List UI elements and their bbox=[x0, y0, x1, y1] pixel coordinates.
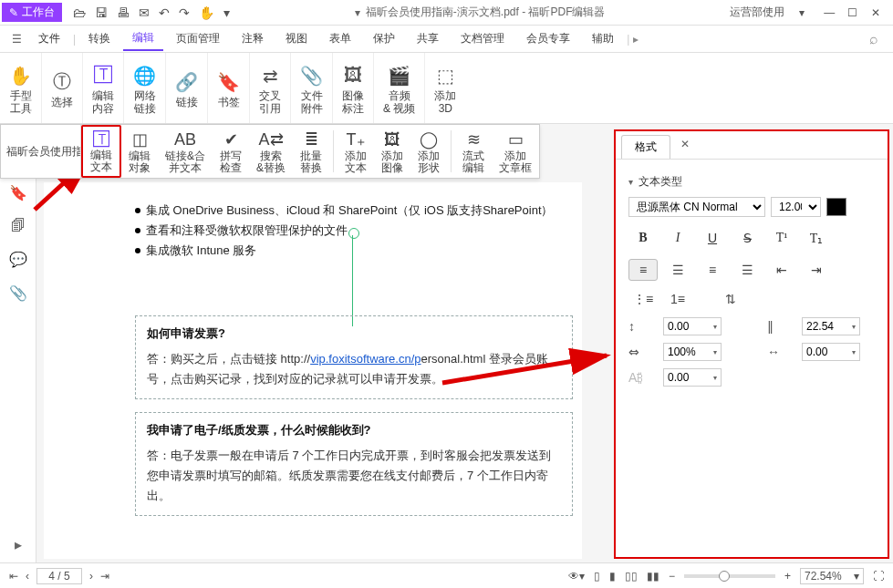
prev-page-button[interactable]: ‹ bbox=[26, 570, 29, 583]
image-annot[interactable]: 🖼图像标注 bbox=[333, 53, 374, 123]
line-height-button[interactable]: ⇅ bbox=[716, 288, 745, 310]
last-page-button[interactable]: ⇥ bbox=[100, 570, 109, 583]
file-attach[interactable]: 📎文件附件 bbox=[291, 53, 333, 123]
menu-icon[interactable]: ☰ bbox=[7, 33, 26, 46]
bookmark[interactable]: 🔖书签 bbox=[208, 53, 250, 123]
maximize-button[interactable]: ☐ bbox=[843, 6, 863, 19]
zoom-out-button[interactable]: − bbox=[669, 570, 675, 583]
edit-object-button[interactable]: ◫编辑对象 bbox=[121, 125, 158, 178]
close-button[interactable]: ✕ bbox=[866, 6, 886, 19]
tab-page-mgmt[interactable]: 页面管理 bbox=[167, 27, 229, 50]
edit-text-button[interactable]: 🅃编辑文本 bbox=[81, 125, 121, 178]
web-link[interactable]: 🌐网络链接 bbox=[124, 53, 166, 123]
batch-replace[interactable]: ≣批量替换 bbox=[293, 125, 329, 178]
underline-button[interactable]: U bbox=[698, 226, 727, 250]
expand-sidebar-icon[interactable]: ▸ bbox=[15, 536, 22, 553]
attachments-panel-icon[interactable]: 📎 bbox=[9, 284, 27, 302]
horiz-spacing-input[interactable]: 0.00 bbox=[802, 343, 860, 361]
tab-share[interactable]: 共享 bbox=[408, 27, 448, 50]
spell-check[interactable]: ✔拼写检查 bbox=[213, 125, 249, 178]
indent-decrease-button[interactable]: ⇤ bbox=[767, 259, 796, 281]
close-panel-icon[interactable]: ✕ bbox=[678, 135, 692, 159]
char-spacing-input[interactable]: 0.00 bbox=[663, 317, 722, 335]
zoom-in-button[interactable]: + bbox=[784, 570, 791, 583]
page-canvas[interactable]: 集成 OneDrive Business、iCloud 和 SharePoint… bbox=[44, 182, 582, 559]
open-icon[interactable]: 🗁 bbox=[73, 5, 86, 20]
first-page-button[interactable]: ⇤ bbox=[9, 570, 18, 583]
align-left-button[interactable]: ≡ bbox=[628, 259, 658, 281]
strikethrough-button[interactable]: S̶ bbox=[732, 226, 762, 250]
print-icon[interactable]: 🖶 bbox=[117, 5, 130, 20]
tab-vip[interactable]: 会员专享 bbox=[517, 27, 579, 50]
qat-dropdown-icon[interactable]: ▾ bbox=[223, 5, 230, 20]
continuous-icon[interactable]: ▮ bbox=[609, 570, 616, 583]
text-block-selected[interactable]: 如何申请发票? 答：购买之后，点击链接 http://vip.foxitsoft… bbox=[135, 315, 573, 399]
superscript-button[interactable]: T¹ bbox=[767, 226, 796, 250]
link[interactable]: 🔗链接 bbox=[166, 53, 208, 123]
bookmark-panel-icon[interactable]: 🔖 bbox=[9, 184, 27, 201]
tab-view[interactable]: 视图 bbox=[276, 27, 317, 50]
undo-icon[interactable]: ↶ bbox=[159, 5, 170, 20]
email-icon[interactable]: ✉ bbox=[139, 5, 150, 20]
add-shape[interactable]: ◯添加形状 bbox=[410, 125, 447, 178]
search-replace[interactable]: A⇄搜索&替换 bbox=[249, 125, 293, 178]
zoom-input[interactable]: 72.54%▾ bbox=[800, 568, 864, 584]
doc-dropdown-icon[interactable]: ▾ bbox=[355, 6, 360, 19]
color-swatch[interactable] bbox=[826, 198, 846, 216]
zoom-slider[interactable] bbox=[684, 574, 775, 578]
scale-input[interactable]: 100% bbox=[663, 343, 722, 361]
pages-panel-icon[interactable]: 🗐 bbox=[11, 218, 26, 234]
audio-video[interactable]: 🎬音频& 视频 bbox=[374, 53, 425, 123]
indent-increase-button[interactable]: ⇥ bbox=[802, 259, 831, 281]
font-select[interactable]: 思源黑体 CN Normal bbox=[628, 197, 765, 217]
italic-button[interactable]: I bbox=[663, 226, 692, 250]
document-tab[interactable]: 福昕会员使用指 bbox=[1, 125, 81, 178]
tab-edit[interactable]: 编辑 bbox=[123, 26, 163, 51]
line-spacing-input[interactable]: 22.54 bbox=[802, 317, 860, 335]
text-type-section[interactable]: 文本类型 bbox=[628, 174, 875, 190]
file-menu[interactable]: 文件 bbox=[29, 31, 69, 46]
add-image[interactable]: 🖼添加图像 bbox=[374, 125, 410, 178]
edit-content[interactable]: 🅃编辑内容 bbox=[83, 53, 124, 123]
select-tool[interactable]: Ⓣ选择 bbox=[42, 53, 83, 123]
font-size-select[interactable]: 12.00 bbox=[771, 197, 821, 217]
view-mode-icon[interactable]: 👁▾ bbox=[568, 570, 585, 583]
more-tabs-icon[interactable]: ▸ bbox=[633, 33, 639, 46]
page-input[interactable]: 4 / 5 bbox=[36, 568, 82, 584]
tab-annotate[interactable]: 注释 bbox=[233, 27, 273, 50]
hand-icon[interactable]: ✋ bbox=[199, 5, 214, 20]
align-right-button[interactable]: ≡ bbox=[698, 259, 727, 281]
align-center-button[interactable]: ☰ bbox=[663, 259, 692, 281]
workspace-button[interactable]: ✎工作台 bbox=[2, 3, 62, 22]
subscript-button[interactable]: T₁ bbox=[802, 226, 831, 250]
tab-protect[interactable]: 保护 bbox=[364, 27, 404, 50]
save-icon[interactable]: 🖫 bbox=[95, 5, 108, 20]
tab-convert[interactable]: 转换 bbox=[79, 27, 119, 50]
search-icon[interactable]: ⌕ bbox=[862, 31, 886, 47]
add-3d[interactable]: ⬚添加3D bbox=[425, 53, 465, 123]
usage-dropdown-icon[interactable]: ▾ bbox=[799, 6, 805, 19]
bullet-list-button[interactable]: ⋮≡ bbox=[628, 288, 658, 310]
two-page-icon[interactable]: ▯▯ bbox=[625, 570, 638, 583]
text-block[interactable]: 我申请了电子/纸质发票，什么时候能收到? 答：电子发票一般在申请后 7 个工作日… bbox=[135, 412, 573, 516]
single-page-icon[interactable]: ▯ bbox=[594, 570, 600, 583]
tab-form[interactable]: 表单 bbox=[320, 27, 360, 50]
redo-icon[interactable]: ↷ bbox=[179, 5, 190, 20]
tab-doc-mgmt[interactable]: 文档管理 bbox=[452, 27, 514, 50]
minimize-button[interactable]: — bbox=[819, 6, 839, 19]
bold-button[interactable]: B bbox=[628, 226, 658, 250]
align-justify-button[interactable]: ☰ bbox=[732, 259, 762, 281]
fullscreen-icon[interactable]: ⛶ bbox=[873, 570, 884, 583]
hand-tool[interactable]: ✋手型工具 bbox=[0, 53, 42, 123]
doc-link[interactable]: vip.foxitsoftware.cn/p bbox=[310, 352, 421, 366]
add-article-box[interactable]: ▭添加文章框 bbox=[492, 125, 539, 178]
tab-help[interactable]: 辅助 bbox=[583, 27, 623, 50]
two-continuous-icon[interactable]: ▮▮ bbox=[647, 570, 659, 583]
number-list-button[interactable]: 1≡ bbox=[663, 288, 692, 310]
cross-ref[interactable]: ⇄交叉引用 bbox=[250, 53, 291, 123]
baseline-input[interactable]: 0.00 bbox=[663, 368, 722, 387]
next-page-button[interactable]: › bbox=[89, 570, 93, 583]
format-tab[interactable]: 格式 bbox=[621, 135, 670, 159]
flow-edit[interactable]: ≋流式编辑 bbox=[455, 125, 492, 178]
add-text[interactable]: T₊添加文本 bbox=[337, 125, 374, 178]
